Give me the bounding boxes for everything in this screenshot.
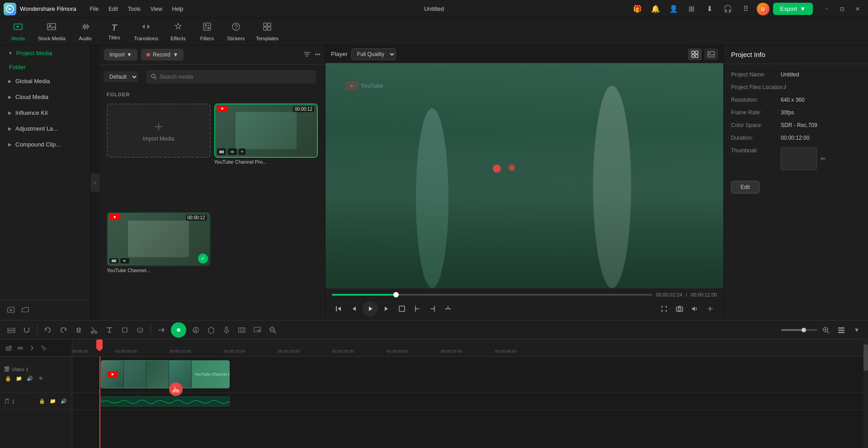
- expand-button[interactable]: [657, 302, 671, 316]
- menu-view[interactable]: View: [146, 4, 167, 14]
- magnet-button[interactable]: [20, 323, 33, 337]
- toolbar-stickers[interactable]: Stickers: [222, 19, 250, 44]
- grid-view-button[interactable]: [688, 48, 702, 60]
- open-folder-button[interactable]: [19, 304, 32, 316]
- download-icon[interactable]: ⬇: [703, 2, 717, 16]
- toolbar-titles[interactable]: T Titles: [101, 20, 128, 43]
- minimize-button[interactable]: －: [820, 2, 834, 16]
- toolbar-media[interactable]: Media: [5, 19, 32, 44]
- export-button[interactable]: Export ▼: [773, 3, 813, 15]
- fullscreen-button[interactable]: [395, 302, 409, 316]
- more-options-icon[interactable]: •••: [315, 52, 321, 58]
- grid-icon[interactable]: ⠿: [739, 2, 753, 16]
- filter-icon[interactable]: [303, 50, 311, 60]
- track-volume-button[interactable]: 🔊: [25, 374, 34, 383]
- menu-help[interactable]: Help: [168, 4, 188, 14]
- add-track-button[interactable]: [5, 323, 18, 337]
- image-view-button[interactable]: [704, 48, 718, 60]
- menu-tools[interactable]: Tools: [123, 4, 145, 14]
- profile-icon[interactable]: 👤: [666, 2, 681, 16]
- color-wheel-button[interactable]: [189, 323, 203, 337]
- mark-out-button[interactable]: [426, 302, 439, 316]
- sidebar-item-project-media[interactable]: ▼ Project Media: [3, 46, 87, 60]
- mic-button[interactable]: [220, 323, 233, 337]
- audio-clip[interactable]: [101, 396, 230, 406]
- sidebar-item-influence-kit[interactable]: ▶ Influence Kit: [3, 106, 87, 120]
- cut-button[interactable]: [87, 323, 101, 337]
- skip-back-button[interactable]: [332, 302, 345, 316]
- toolbar-audio[interactable]: Audio: [72, 19, 99, 44]
- audio-mute-button[interactable]: 🔊: [59, 397, 68, 406]
- video-clip[interactable]: YouTube Channel Promotion Free Re...: [101, 360, 230, 388]
- import-media-item[interactable]: + Import Media: [107, 104, 211, 208]
- redo-button[interactable]: [57, 323, 70, 337]
- storyboard-button[interactable]: [235, 323, 249, 337]
- audio-folder-button[interactable]: 📁: [48, 397, 57, 406]
- frame-forward-button[interactable]: [380, 302, 393, 316]
- close-button[interactable]: ✕: [851, 2, 864, 16]
- sidebar-item-adjustment[interactable]: ▶ Adjustment La...: [3, 122, 87, 136]
- volume-button[interactable]: [688, 302, 702, 316]
- split-button[interactable]: [27, 343, 37, 353]
- play-button[interactable]: [363, 301, 378, 316]
- search-input[interactable]: [160, 74, 311, 80]
- text-button[interactable]: [103, 323, 116, 337]
- mark-in-button[interactable]: [410, 302, 424, 316]
- razor-button[interactable]: [39, 343, 49, 353]
- player-progress-bar[interactable]: [332, 294, 652, 296]
- add-video-track-button[interactable]: [4, 343, 14, 353]
- audio-lock-button[interactable]: 🔒: [38, 397, 47, 406]
- toolbar-stock-media[interactable]: Stock Media: [33, 19, 70, 44]
- notification-icon[interactable]: 🔔: [648, 2, 663, 16]
- headset-icon[interactable]: 🎧: [721, 2, 735, 16]
- sidebar-folder[interactable]: Folder: [0, 61, 90, 73]
- toolbar-effects[interactable]: Effects: [165, 19, 192, 44]
- toolbar-filters[interactable]: Filters: [193, 19, 221, 44]
- smart-button[interactable]: [171, 322, 186, 338]
- maximize-button[interactable]: ⊡: [835, 2, 849, 16]
- menu-file[interactable]: File: [85, 4, 103, 14]
- mask-button[interactable]: [133, 323, 147, 337]
- sort-select[interactable]: Default: [104, 71, 138, 82]
- record-button[interactable]: Record ▼: [141, 49, 184, 61]
- user-avatar[interactable]: U: [757, 3, 769, 15]
- ripple-button[interactable]: [155, 323, 168, 337]
- import-button[interactable]: Import ▼: [104, 49, 137, 61]
- timeline-scrollbar-thumb[interactable]: [863, 344, 868, 371]
- edit-button[interactable]: Edit: [731, 181, 760, 193]
- panel-collapse-button[interactable]: ‹: [90, 174, 99, 192]
- shield-button[interactable]: [204, 323, 218, 337]
- track-eye-button[interactable]: 👁: [36, 374, 45, 383]
- link-button[interactable]: [15, 343, 25, 353]
- toolbar-templates[interactable]: Templates: [251, 19, 283, 44]
- timeline-scrollbar[interactable]: [863, 340, 868, 448]
- gift-icon[interactable]: 🎁: [630, 2, 645, 16]
- picture-in-picture-button[interactable]: [250, 323, 264, 337]
- track-lock-button[interactable]: 🔒: [4, 374, 13, 383]
- menu-edit[interactable]: Edit: [104, 4, 123, 14]
- quality-select[interactable]: Full Quality: [351, 48, 396, 60]
- sidebar-item-cloud-media[interactable]: ▶ Cloud Media: [3, 90, 87, 104]
- media-item-2[interactable]: 00:00:12 ✓ YouTube Channel...: [107, 212, 211, 317]
- split-indicator[interactable]: [169, 382, 183, 396]
- player-tab[interactable]: Player: [331, 51, 348, 57]
- delete-button[interactable]: [72, 323, 85, 337]
- layout-icon[interactable]: ⊞: [684, 2, 699, 16]
- timeline-layout-button[interactable]: [835, 323, 848, 337]
- settings-button[interactable]: [703, 302, 717, 316]
- snapshot-button[interactable]: [673, 302, 686, 316]
- undo-button[interactable]: [41, 323, 55, 337]
- edit-thumbnail-icon[interactable]: ✏: [821, 155, 826, 162]
- sidebar-item-global-media[interactable]: ▶ Global Media: [3, 74, 87, 88]
- media-item-1[interactable]: 00:00:12 + YouTube Channel Pro...: [214, 104, 318, 208]
- frame-back-button[interactable]: [347, 302, 361, 316]
- new-folder-button[interactable]: [5, 304, 17, 316]
- zoom-track[interactable]: [781, 329, 817, 331]
- crop-button[interactable]: [118, 323, 132, 337]
- plus-zoom-button[interactable]: [819, 323, 833, 337]
- clip-button[interactable]: [441, 302, 455, 316]
- minus-zoom-button[interactable]: [266, 323, 279, 337]
- toolbar-transitions[interactable]: Transitions: [130, 19, 163, 44]
- sidebar-item-compound[interactable]: ▶ Compound Clip...: [3, 137, 87, 151]
- track-folder-button[interactable]: 📁: [14, 374, 24, 383]
